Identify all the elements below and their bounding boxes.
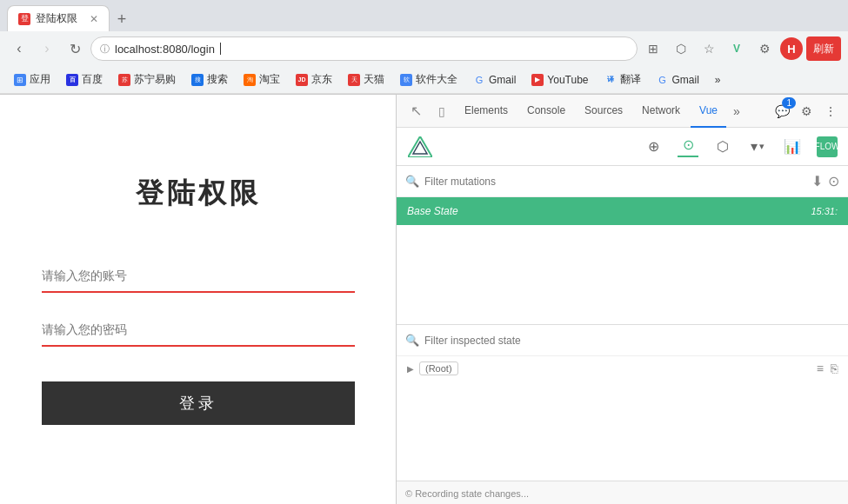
- vuex-icon[interactable]: ⊙: [678, 136, 698, 157]
- bookmark-software[interactable]: 软 软件大全: [393, 70, 464, 89]
- account-input[interactable]: [42, 265, 355, 286]
- bookmark-youtube[interactable]: ▶ YouTube: [524, 72, 595, 88]
- devtools-mobile-icon[interactable]: ▯: [430, 99, 454, 123]
- address-text: localhost:8080/login: [115, 43, 215, 56]
- grid-icon[interactable]: ⊞: [641, 36, 665, 61]
- devtools-pointer-icon[interactable]: ↖: [404, 99, 428, 123]
- youtube-icon: ▶: [531, 74, 544, 86]
- state-filter-input[interactable]: [424, 335, 839, 347]
- performance-icon[interactable]: ▾▾: [747, 136, 768, 157]
- address-bar[interactable]: ⓘ localhost:8080/login: [90, 36, 638, 61]
- bookmark-suning[interactable]: 苏 苏宁易购: [111, 70, 183, 89]
- login-page: 登陆权限 登录: [0, 95, 396, 504]
- bookmark-taobao[interactable]: 淘 淘宝: [237, 70, 287, 89]
- root-label: (Root): [419, 361, 458, 375]
- taobao-icon: 淘: [244, 74, 256, 86]
- login-form: 登录: [42, 265, 355, 425]
- search-bm-icon: 搜: [191, 74, 204, 86]
- vue-logo: [407, 134, 433, 160]
- state-action-icons: ≡ ⎘: [817, 361, 838, 375]
- main-area: 登陆权限 登录 ↖ ▯ Elements Console Sources Net…: [0, 95, 848, 504]
- devtools-bottom-bar: © Recording state changes...: [397, 481, 848, 504]
- bookmarks-bar: ⊞ 应用 百 百度 苏 苏宁易购 搜 搜索 淘 淘宝 JD 京东 天 天猫 软: [0, 66, 848, 94]
- baidu-icon: 百: [66, 74, 78, 86]
- password-field-wrapper: [42, 319, 355, 347]
- bookmark-search-label: 搜索: [207, 72, 228, 87]
- info-icon[interactable]: FLOW: [817, 136, 838, 157]
- tab-elements[interactable]: Elements: [456, 95, 517, 128]
- devtools-toolbar: ↖ ▯ Elements Console Sources Network Vue…: [397, 95, 848, 128]
- bookmark-apps-label: 应用: [30, 72, 50, 87]
- forward-button[interactable]: ›: [35, 36, 59, 61]
- bottom-status: © Recording state changes...: [405, 488, 529, 499]
- bookmark-gmail[interactable]: G Gmail: [466, 72, 523, 88]
- bookmark-translate[interactable]: 译 翻译: [598, 70, 648, 89]
- bookmark-suning-label: 苏宁易购: [134, 72, 176, 87]
- settings-icon[interactable]: ⚙: [796, 101, 817, 122]
- mutations-filter-input[interactable]: [424, 176, 806, 188]
- gmail2-icon: G: [657, 74, 669, 86]
- filter-state-icon[interactable]: ≡: [817, 361, 824, 375]
- tab-network[interactable]: Network: [633, 95, 689, 128]
- profile-button[interactable]: H: [780, 37, 803, 60]
- tab-console[interactable]: Console: [518, 95, 574, 128]
- vuex-section: 🔍 ⬇ ⊙ Base State 15:31: 🔍: [397, 166, 848, 481]
- tab-bar: 登 登陆权限 ✕ +: [0, 0, 848, 31]
- base-state-item[interactable]: Base State 15:31:: [397, 197, 848, 225]
- page-title: 登陆权限: [136, 175, 261, 213]
- routing-icon[interactable]: ⬡: [712, 136, 733, 157]
- apps-icon: ⊞: [14, 74, 26, 86]
- devtools-icons: 💬1 ⚙ ⋮: [771, 101, 841, 122]
- account-field-wrapper: [42, 265, 355, 293]
- download-icon[interactable]: ⬇: [811, 173, 823, 189]
- state-root-row: ▶ (Root) ≡ ⎘: [397, 356, 848, 381]
- active-tab[interactable]: 登 登陆权限 ✕: [7, 5, 110, 31]
- refresh-text-button[interactable]: 刷新: [806, 36, 841, 61]
- copy-state-icon[interactable]: ⎘: [831, 361, 838, 375]
- state-inspector: 🔍 ▶ (Root) ≡ ⎘: [397, 324, 848, 481]
- security-icon: ⓘ: [100, 43, 110, 56]
- cast-icon[interactable]: ⬡: [669, 36, 693, 61]
- vue-extension-icon[interactable]: V: [724, 36, 749, 61]
- tab-favicon: 登: [18, 13, 30, 25]
- bookmark-search[interactable]: 搜 搜索: [184, 70, 235, 89]
- cursor: [220, 43, 221, 55]
- time-travel-icon[interactable]: ⊙: [828, 173, 839, 189]
- bookmark-taobao-label: 淘宝: [259, 72, 280, 87]
- tab-close[interactable]: ✕: [90, 13, 98, 25]
- expand-icon[interactable]: ▶: [407, 364, 414, 374]
- bookmark-jd-label: 京东: [311, 72, 332, 87]
- back-button[interactable]: ‹: [7, 36, 31, 61]
- comment-icon[interactable]: 💬1: [771, 101, 792, 122]
- refresh-button[interactable]: ↻: [63, 36, 87, 61]
- tab-vue[interactable]: Vue: [691, 95, 726, 128]
- tianmao-icon: 天: [348, 74, 360, 86]
- bookmark-jd[interactable]: JD 京东: [289, 70, 339, 89]
- bookmark-apps[interactable]: ⊞ 应用: [7, 70, 57, 89]
- jd-icon: JD: [296, 74, 308, 86]
- more-options-icon[interactable]: ⋮: [820, 101, 841, 122]
- login-button[interactable]: 登录: [42, 381, 355, 425]
- gmail-icon: G: [473, 74, 485, 86]
- mutation-list: Base State 15:31:: [397, 197, 848, 324]
- bookmark-more[interactable]: »: [708, 72, 728, 88]
- settings-vue-icon[interactable]: 📊: [782, 136, 803, 157]
- navigation-bar: ‹ › ↻ ⓘ localhost:8080/login ⊞ ⬡ ☆ V ⚙ H…: [0, 31, 848, 66]
- bookmark-baidu-label: 百度: [82, 72, 103, 87]
- vue-toolbar: ⊕ ⊙ ⬡ ▾▾ 📊 FLOW: [397, 128, 848, 166]
- extensions-icon[interactable]: ⚙: [752, 36, 777, 61]
- devtools-panel: ↖ ▯ Elements Console Sources Network Vue…: [396, 95, 848, 504]
- component-tree-icon[interactable]: ⊕: [643, 136, 664, 157]
- tab-more[interactable]: »: [728, 95, 745, 128]
- tab-sources[interactable]: Sources: [576, 95, 631, 128]
- new-tab-button[interactable]: +: [110, 7, 134, 31]
- bookmark-youtube-label: YouTube: [547, 74, 588, 86]
- password-input[interactable]: [42, 319, 355, 340]
- bookmark-star-icon[interactable]: ☆: [697, 36, 721, 61]
- vue-panel: ⊕ ⊙ ⬡ ▾▾ 📊 FLOW 🔍 ⬇ ⊙: [397, 128, 848, 481]
- bookmark-gmail2-label: Gmail: [672, 74, 699, 86]
- bookmark-translate-label: 翻译: [620, 72, 641, 87]
- bookmark-baidu[interactable]: 百 百度: [59, 70, 110, 89]
- bookmark-tianmao[interactable]: 天 天猫: [341, 70, 391, 89]
- bookmark-gmail2[interactable]: G Gmail: [650, 72, 706, 88]
